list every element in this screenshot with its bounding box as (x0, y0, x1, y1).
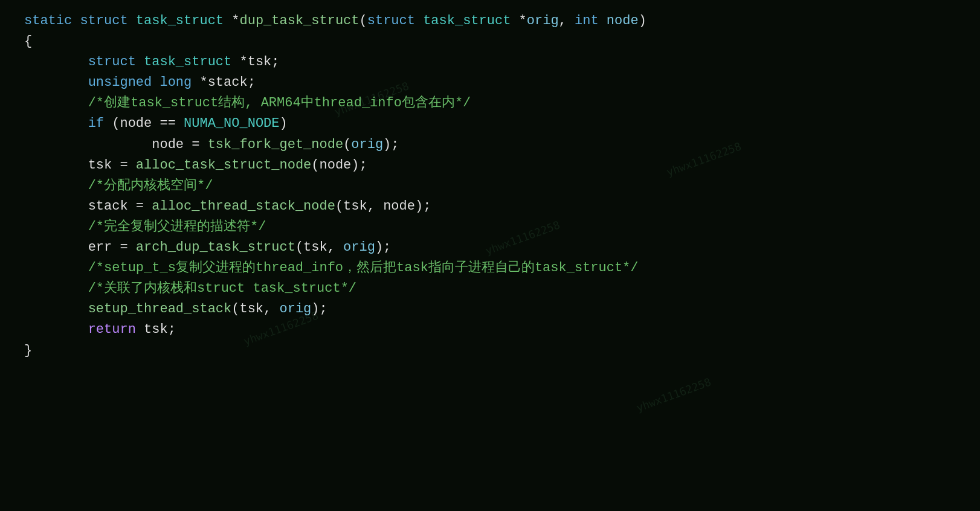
code-block: static struct task_struct *dup_task_stru… (24, 11, 956, 361)
line-3: struct task_struct *tsk; (24, 52, 956, 72)
line-12: err = arch_dup_task_struct(tsk, orig); (24, 237, 956, 258)
line-13: /*setup_t_s复制父进程的thread_info，然后把task指向子进… (24, 258, 956, 278)
line-2: { (24, 31, 956, 52)
line-1: static struct task_struct *dup_task_stru… (24, 11, 956, 31)
code-viewer: yhwx11162258 yhwx11162258 yhwx11162258 y… (0, 0, 980, 511)
watermark-5: yhwx11162258 (634, 374, 714, 417)
line-4: unsigned long *stack; (24, 72, 956, 93)
line-14: /*关联了内核栈和struct task_struct*/ (24, 278, 956, 299)
line-10: stack = alloc_thread_stack_node(tsk, nod… (24, 196, 956, 217)
line-8: tsk = alloc_task_struct_node(node); (24, 155, 956, 176)
line-15: setup_thread_stack(tsk, orig); (24, 299, 956, 320)
line-6: if (node == NUMA_NO_NODE) (24, 114, 956, 134)
line-16: return tsk; (24, 320, 956, 340)
line-9: /*分配内核栈空间*/ (24, 176, 956, 196)
line-5: /*创建task_struct结构, ARM64中thread_info包含在内… (24, 93, 956, 114)
line-17: } (24, 341, 956, 361)
line-11: /*完全复制父进程的描述符*/ (24, 217, 956, 237)
line-7: node = tsk_fork_get_node(orig); (24, 135, 956, 155)
